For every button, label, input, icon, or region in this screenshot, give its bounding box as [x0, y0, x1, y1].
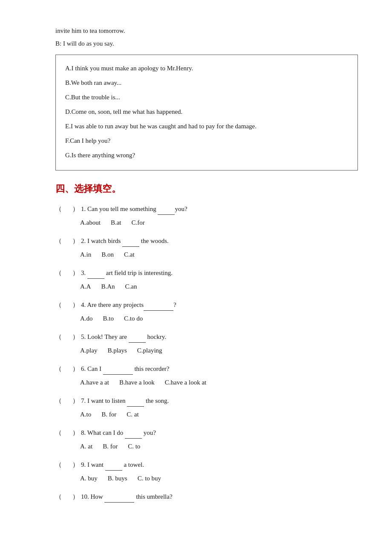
option-c: C.But the trouble is...	[65, 91, 348, 104]
q9-text: 9. I want a towel.	[81, 460, 144, 471]
question-3: （ ） 3. art field trip is interesting. A.…	[55, 268, 358, 292]
q8-text: 8. What can I do you?	[81, 428, 156, 439]
section-title: 四、选择填空。	[55, 182, 358, 195]
q3-answers: A.AB.AnC.an	[55, 281, 358, 292]
question-4: （ ） 4. Are there any projects? A.doB.toC…	[55, 300, 358, 324]
q6-text: 6. Can I this recorder?	[81, 364, 169, 375]
option-b: B.We both ran away...	[65, 76, 348, 89]
question-6: （ ） 6. Can I this recorder? A.have a atB…	[55, 364, 358, 388]
q7-answers: A.toB. forC. at	[55, 409, 358, 420]
option-d: D.Come on, soon, tell me what has happen…	[65, 105, 348, 118]
q6-answers: A.have a atB.have a lookC.have a look at	[55, 377, 358, 388]
option-a: A.I think you must make an apology to Mr…	[65, 62, 348, 75]
q10-text: 10. How this umbrella?	[81, 491, 173, 503]
q4-text: 4. Are there any projects?	[81, 300, 176, 311]
question-5: （ ） 5. Look! They are hockry. A.playB.pl…	[55, 332, 358, 356]
q2-text: 2. I watch birds the woods.	[81, 236, 169, 247]
questions-container: （ ） 1. Can you tell me something you? A.…	[55, 204, 358, 503]
q2-answers: A.inB.onC.at	[55, 249, 358, 260]
q7-text: 7. I want to listen the song.	[81, 396, 169, 407]
options-box: A.I think you must make an apology to Mr…	[55, 55, 358, 171]
q8-answers: A. atB. forC. to	[55, 441, 358, 452]
question-10: （ ） 10. How this umbrella?	[55, 491, 358, 503]
question-9: （ ） 9. I want a towel. A. buyB. buysC. t…	[55, 460, 358, 484]
q4-answers: A.doB.toC.to do	[55, 313, 358, 324]
option-e: E.I was able to run away but he was caug…	[65, 120, 348, 133]
q1-answers: A.aboutB.atC.for	[55, 217, 358, 228]
option-g: G.Is there anything wrong?	[65, 149, 348, 162]
intro-line1: invite him to tea tomorrow.	[55, 26, 358, 36]
question-1: （ ） 1. Can you tell me something you? A.…	[55, 204, 358, 228]
q9-answers: A. buyB. buysC. to buy	[55, 473, 358, 484]
intro-line2: B: I will do as you say.	[55, 38, 358, 49]
option-f: F.Can I help you?	[65, 134, 348, 147]
q5-text: 5. Look! They are hockry.	[81, 332, 166, 343]
question-2: （ ） 2. I watch birds the woods. A.inB.on…	[55, 236, 358, 260]
question-7: （ ） 7. I want to listen the song. A.toB.…	[55, 396, 358, 420]
q3-text: 3. art field trip is interesting.	[81, 268, 173, 279]
q1-text: 1. Can you tell me something you?	[81, 204, 187, 215]
q5-answers: A.playB.playsC.playing	[55, 345, 358, 356]
question-8: （ ） 8. What can I do you? A. atB. forC. …	[55, 428, 358, 452]
